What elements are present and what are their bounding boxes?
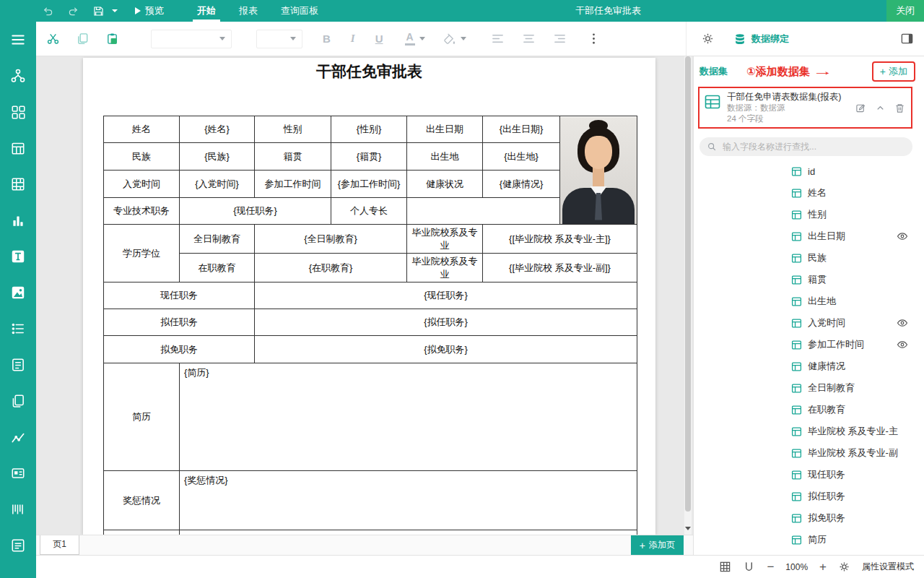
value-cell[interactable]: {性别}	[331, 116, 407, 143]
undo-icon[interactable]	[42, 5, 54, 17]
dataset-card[interactable]: 干部任免申请表数据集(报表) 数据源：数据源 24 个字段	[698, 87, 912, 129]
search-input[interactable]	[721, 141, 905, 152]
field-item[interactable]: 性别	[694, 204, 924, 225]
font-size-select[interactable]	[256, 30, 302, 48]
field-item[interactable]: id	[694, 160, 924, 182]
field-item[interactable]: 出生地	[694, 290, 924, 312]
value-cell[interactable]: {全日制教育}	[255, 225, 407, 254]
field-item[interactable]: 现任职务	[694, 464, 924, 486]
line-chart-icon[interactable]	[10, 429, 26, 445]
redo-icon[interactable]	[67, 5, 79, 17]
font-color-button[interactable]: A	[405, 33, 415, 46]
value-cell[interactable]: {奖惩情况}	[180, 471, 637, 530]
label-cell[interactable]: 奖惩情况	[104, 471, 180, 530]
label-cell[interactable]	[407, 198, 560, 225]
barcode-icon[interactable]	[10, 501, 26, 517]
field-item[interactable]: 健康情况	[694, 355, 924, 377]
ruler-icon[interactable]	[743, 561, 755, 573]
label-cell[interactable]: 毕业院校系及专业	[407, 254, 483, 282]
field-item[interactable]: 民族	[694, 247, 924, 269]
align-right-icon[interactable]	[553, 32, 567, 46]
merge-grid-icon[interactable]	[10, 176, 26, 192]
value-cell[interactable]: {现任职务}	[180, 198, 331, 225]
field-item[interactable]: 拟任职务	[694, 486, 924, 507]
card-icon[interactable]	[10, 465, 26, 481]
edit-dataset-icon[interactable]	[855, 103, 866, 113]
field-item[interactable]: 籍贯	[694, 269, 924, 290]
label-cell[interactable]: 现任职务	[104, 282, 255, 309]
eye-icon[interactable]	[897, 339, 908, 353]
grid-toggle-icon[interactable]	[719, 561, 731, 573]
preview-button[interactable]: 预览	[135, 4, 164, 17]
image-icon[interactable]	[10, 285, 26, 301]
label-cell[interactable]: 性别	[255, 116, 331, 143]
label-cell[interactable]: 参加工作时间	[255, 171, 331, 198]
field-item[interactable]: 简历	[694, 529, 924, 551]
menu-icon[interactable]	[10, 32, 26, 48]
label-cell[interactable]: 姓名	[104, 116, 180, 143]
field-item[interactable]: 在职教育	[694, 399, 924, 420]
label-cell[interactable]: 入党时间	[104, 171, 180, 198]
report-page[interactable]: 干部任免审批表 姓名{姓名}性别{性别}出生日期{出生日期}民族{民族}籍贯{籍…	[83, 58, 655, 535]
label-cell[interactable]: 拟免职务	[104, 336, 255, 363]
gear-icon[interactable]	[701, 32, 715, 46]
field-item[interactable]: 姓名	[694, 182, 924, 204]
org-chart-icon[interactable]	[10, 68, 26, 84]
fill-color-caret[interactable]	[461, 37, 466, 40]
label-cell[interactable]: 在职教育	[180, 254, 255, 282]
underline-button[interactable]: U	[375, 33, 383, 45]
article-icon[interactable]	[10, 538, 26, 553]
widgets-icon[interactable]	[10, 104, 26, 120]
label-cell[interactable]: 专业技术职务	[104, 198, 180, 225]
form-icon[interactable]	[10, 357, 26, 373]
value-cell[interactable]: {参加工作时间}	[331, 171, 407, 198]
paste-icon[interactable]	[105, 32, 119, 46]
tab-report[interactable]: 报表	[227, 0, 269, 22]
label-cell[interactable]: 简历	[104, 363, 180, 471]
field-item[interactable]: 奖惩情况	[694, 551, 924, 555]
value-cell[interactable]: {出生日期}	[483, 116, 560, 143]
value-cell[interactable]: {[毕业院校 系及专业-副]}	[483, 254, 637, 282]
tab-query-panel[interactable]: 查询面板	[269, 0, 330, 22]
value-cell[interactable]: {民族}	[180, 143, 255, 171]
dataset-tab[interactable]: 数据集	[699, 65, 728, 78]
more-options-icon[interactable]	[587, 32, 601, 46]
field-item[interactable]: 毕业院校 系及专业-副	[694, 442, 924, 464]
label-cell[interactable]: 毕业院校系及专业	[407, 225, 483, 254]
field-item[interactable]: 入党时间	[694, 312, 924, 334]
label-cell[interactable]: 全日制教育	[180, 225, 255, 254]
field-item[interactable]: 参加工作时间	[694, 334, 924, 355]
value-cell[interactable]: {现任职务}	[255, 282, 637, 309]
field-item[interactable]: 拟免职务	[694, 507, 924, 529]
scroll-down-button[interactable]	[684, 523, 692, 533]
duplicate-icon[interactable]	[10, 393, 26, 409]
table-icon[interactable]	[10, 140, 26, 156]
add-dataset-button[interactable]: + 添加	[872, 61, 915, 82]
tab-start[interactable]: 开始	[186, 0, 227, 22]
value-cell[interactable]: {入党时间}	[180, 171, 255, 198]
eye-icon[interactable]	[897, 230, 908, 245]
report-title[interactable]: 干部任免审批表	[83, 61, 655, 82]
value-cell[interactable]: {拟任职务}	[255, 309, 637, 336]
save-icon[interactable]	[92, 5, 105, 17]
zoom-out-button[interactable]: −	[767, 561, 774, 573]
eye-icon[interactable]	[897, 317, 908, 332]
value-cell[interactable]: {简历}	[180, 363, 637, 471]
collapse-icon[interactable]	[875, 103, 886, 113]
value-cell[interactable]: {籍贯}	[331, 143, 407, 171]
data-binding-tab[interactable]: 数据绑定	[733, 33, 789, 46]
panel-toggle-icon[interactable]	[900, 32, 914, 46]
fill-color-icon[interactable]	[443, 32, 456, 46]
label-cell[interactable]: 学历学位	[104, 225, 180, 282]
label-cell[interactable]: 拟任职务	[104, 309, 255, 336]
bar-chart-icon[interactable]	[10, 212, 26, 228]
field-item[interactable]: 全日制教育	[694, 377, 924, 399]
scrollbar-thumb[interactable]	[685, 56, 691, 512]
font-color-caret[interactable]	[419, 37, 425, 40]
field-search[interactable]	[699, 137, 912, 156]
copy-icon[interactable]	[76, 32, 90, 46]
value-cell[interactable]: {在职教育}	[255, 254, 407, 282]
list-icon[interactable]	[10, 321, 26, 337]
label-cell[interactable]: 出生日期	[407, 116, 483, 143]
save-dropdown-caret[interactable]	[112, 9, 118, 12]
